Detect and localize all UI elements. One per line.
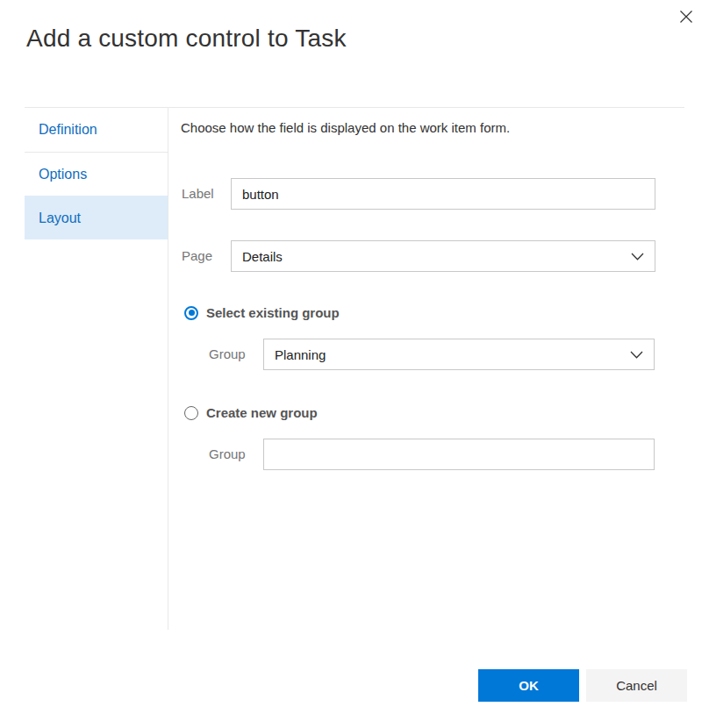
- page-select[interactable]: Details: [231, 240, 655, 272]
- new-group-input[interactable]: [263, 439, 655, 470]
- add-custom-control-dialog: { "dialog": { "title": "Add a custom con…: [0, 0, 709, 728]
- page-title: Add a custom control to Task: [26, 25, 347, 53]
- existing-group-radio[interactable]: Select existing group: [184, 305, 340, 320]
- tab-options[interactable]: Options: [25, 152, 168, 196]
- page-select-value: Details: [242, 249, 631, 264]
- page-field-label: Page: [182, 240, 212, 272]
- new-group-radio[interactable]: Create new group: [184, 405, 318, 420]
- label-input[interactable]: [231, 178, 655, 210]
- tab-definition[interactable]: Definition: [25, 108, 168, 152]
- ok-button[interactable]: OK: [478, 669, 579, 702]
- existing-group-radio-label: Select existing group: [206, 305, 340, 320]
- tab-layout[interactable]: Layout: [25, 196, 168, 239]
- close-icon: [679, 10, 693, 24]
- dialog-sidebar: Definition Options Layout: [25, 108, 168, 630]
- radio-selected-icon: [184, 306, 198, 320]
- chevron-down-icon: [631, 253, 644, 261]
- label-field-label: Label: [182, 178, 214, 210]
- existing-group-field-label: Group: [209, 339, 246, 370]
- close-button[interactable]: [676, 6, 697, 27]
- chevron-down-icon: [630, 351, 643, 359]
- radio-unselected-icon: [184, 406, 198, 420]
- form-description: Choose how the field is displayed on the…: [181, 120, 510, 135]
- cancel-button[interactable]: Cancel: [586, 669, 687, 702]
- new-group-field-label: Group: [209, 439, 246, 470]
- existing-group-select[interactable]: Planning: [263, 339, 655, 370]
- new-group-radio-label: Create new group: [206, 405, 318, 420]
- existing-group-select-value: Planning: [275, 347, 630, 362]
